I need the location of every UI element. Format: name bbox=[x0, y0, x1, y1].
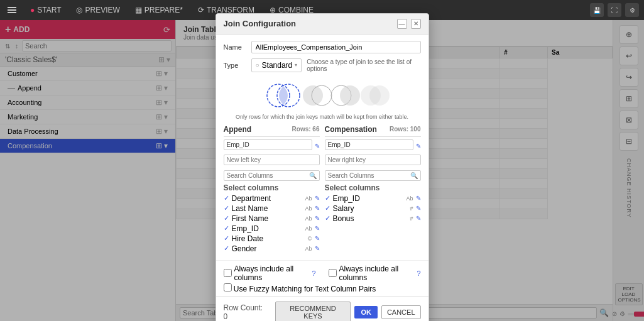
right-new-key-input[interactable] bbox=[325, 155, 421, 165]
type-badge: Ab bbox=[406, 195, 413, 202]
toolbar-preview[interactable]: ◎ PREVIEW bbox=[72, 4, 123, 16]
row-count-value: 0 bbox=[224, 312, 228, 321]
toolbar-icon-settings[interactable]: ⚙ bbox=[625, 3, 639, 17]
check-icon: ✓ bbox=[325, 204, 330, 212]
two-column-layout: Append Rows: 66 ✎ bbox=[224, 125, 421, 254]
right-column-item[interactable]: ✓ Bonus # ✎ bbox=[325, 214, 421, 224]
ok-button[interactable]: OK bbox=[354, 306, 378, 318]
right-column: Compensation Rows: 100 ✎ bbox=[325, 125, 421, 254]
always-left-label: Always include all columns bbox=[234, 264, 308, 282]
search-icon-left: 🔍 bbox=[309, 172, 317, 179]
cancel-button[interactable]: CANCEL bbox=[381, 305, 421, 319]
right-col-header: Compensation Rows: 100 bbox=[325, 125, 421, 134]
venn-svg bbox=[253, 80, 391, 111]
fuzzy-matching-checkbox[interactable] bbox=[224, 283, 232, 291]
fuzzy-label: Use Fuzzy Matching for Text Column Pairs bbox=[234, 285, 376, 293]
column-name: Last Name bbox=[232, 204, 268, 213]
column-name: Department bbox=[232, 194, 271, 203]
hamburger-menu[interactable] bbox=[5, 4, 19, 16]
footer-options: Always include all columns ? Always incl… bbox=[216, 260, 428, 296]
toolbar-icon-expand[interactable]: ⛶ bbox=[608, 3, 621, 17]
help-icon-left: ? bbox=[312, 269, 315, 277]
name-input[interactable] bbox=[251, 41, 421, 53]
type-row: Type ○ Standard ▾ Choose a type of join … bbox=[224, 58, 421, 72]
edit-icon[interactable]: ✎ bbox=[416, 215, 421, 222]
right-search-input[interactable] bbox=[328, 172, 410, 179]
left-columns-list: ✓ Department Ab ✎ ✓ Last Name Ab ✎ ✓ Fir… bbox=[224, 193, 320, 254]
edit-icon[interactable]: ✎ bbox=[315, 205, 320, 212]
left-column-item[interactable]: ✓ Last Name Ab ✎ bbox=[224, 204, 320, 214]
search-icon-right: 🔍 bbox=[410, 172, 418, 179]
svg-point-5 bbox=[340, 85, 360, 106]
type-badge: © bbox=[308, 236, 312, 242]
edit-icon[interactable]: ✎ bbox=[416, 195, 421, 202]
left-column-item[interactable]: ✓ Gender Ab ✎ bbox=[224, 244, 320, 254]
right-column-item[interactable]: ✓ Emp_ID Ab ✎ bbox=[325, 193, 421, 204]
toolbar-prepare[interactable]: ▦ PREPARE* bbox=[131, 4, 187, 16]
check-icon: ✓ bbox=[325, 194, 330, 202]
chevron-down-icon: ▾ bbox=[295, 62, 297, 68]
join-description: Only rows for which the join keys match … bbox=[224, 114, 421, 120]
check-icon: ✓ bbox=[224, 234, 229, 242]
right-search-box: 🔍 bbox=[325, 170, 421, 181]
edit-icon[interactable]: ✎ bbox=[315, 235, 320, 242]
check-icon: ✓ bbox=[224, 194, 229, 202]
column-name: First Name bbox=[232, 214, 269, 223]
type-badge: Ab bbox=[305, 195, 312, 202]
main-layout: + ADD ⟳ ⇅ ↕ 'Classic Sales$' ⊞ ▾ Custome… bbox=[0, 20, 644, 321]
left-new-key-input[interactable] bbox=[224, 155, 320, 165]
recommend-keys-button[interactable]: RECOMMEND KEYS bbox=[275, 302, 351, 322]
left-column-item[interactable]: ✓ Department Ab ✎ bbox=[224, 193, 320, 204]
left-rows-count: Rows: 66 bbox=[292, 126, 320, 133]
always-include-left-row: Always include all columns ? bbox=[224, 264, 316, 282]
modal-close-btn[interactable]: ✕ bbox=[411, 19, 421, 29]
type-badge: Ab bbox=[305, 205, 312, 212]
left-key-edit-icon[interactable]: ✎ bbox=[315, 143, 320, 150]
type-badge: # bbox=[410, 215, 413, 222]
always-right-label: Always include all columns bbox=[339, 264, 413, 282]
edit-icon[interactable]: ✎ bbox=[315, 195, 320, 202]
svg-point-7 bbox=[369, 85, 390, 106]
left-column-item[interactable]: ✓ Emp_ID Ab ✎ bbox=[224, 224, 320, 234]
left-key-input[interactable] bbox=[224, 139, 312, 150]
check-icon: ✓ bbox=[224, 244, 229, 253]
modal-overlay: Join Configuration — ✕ Name Type bbox=[0, 20, 644, 321]
column-name: Emp_ID bbox=[333, 194, 360, 203]
venn-diagram bbox=[224, 77, 421, 114]
type-label: Type bbox=[224, 62, 246, 69]
always-include-left-checkbox[interactable] bbox=[224, 269, 232, 277]
edit-icon[interactable]: ✎ bbox=[315, 245, 320, 252]
right-key-edit-icon[interactable]: ✎ bbox=[416, 143, 421, 150]
right-column-item[interactable]: ✓ Salary # ✎ bbox=[325, 204, 421, 214]
svg-point-2 bbox=[303, 85, 323, 106]
left-column: Append Rows: 66 ✎ bbox=[224, 125, 320, 254]
always-include-right-row: Always include all columns ? bbox=[329, 264, 421, 282]
edit-icon[interactable]: ✎ bbox=[416, 205, 421, 212]
column-name: Gender bbox=[232, 244, 257, 253]
center-content: Join Tables Join data using join analysi… bbox=[176, 20, 613, 321]
check-icon: ✓ bbox=[224, 204, 229, 212]
help-icon-right: ? bbox=[417, 269, 420, 277]
right-rows-count: Rows: 100 bbox=[390, 126, 420, 133]
type-badge: Ab bbox=[305, 226, 312, 232]
left-column-item[interactable]: ✓ Hire Date © ✎ bbox=[224, 234, 320, 244]
modal-title: Join Configuration bbox=[224, 19, 297, 28]
left-search-box: 🔍 bbox=[224, 170, 320, 181]
type-badge: Ab bbox=[305, 246, 312, 252]
right-key-input[interactable] bbox=[325, 139, 413, 150]
edit-icon[interactable]: ✎ bbox=[315, 215, 320, 222]
always-include-right-checkbox[interactable] bbox=[329, 269, 337, 277]
type-hint: Choose a type of join to see the list of… bbox=[307, 58, 420, 72]
type-select[interactable]: ○ Standard ▾ bbox=[251, 58, 302, 72]
check-icon: ✓ bbox=[325, 214, 330, 222]
left-column-item[interactable]: ✓ First Name Ab ✎ bbox=[224, 214, 320, 224]
check-icon: ✓ bbox=[224, 214, 229, 222]
check-icon: ✓ bbox=[224, 224, 229, 232]
toolbar-start[interactable]: ● START bbox=[26, 4, 65, 16]
modal-minimize-btn[interactable]: — bbox=[397, 19, 407, 29]
modal-footer: Row Count: 0 RECOMMEND KEYS OK CANCEL bbox=[216, 296, 428, 322]
left-table-label: Append bbox=[224, 125, 252, 134]
toolbar-icon-save[interactable]: 💾 bbox=[590, 3, 604, 17]
edit-icon[interactable]: ✎ bbox=[315, 225, 320, 232]
left-search-input[interactable] bbox=[227, 172, 309, 179]
